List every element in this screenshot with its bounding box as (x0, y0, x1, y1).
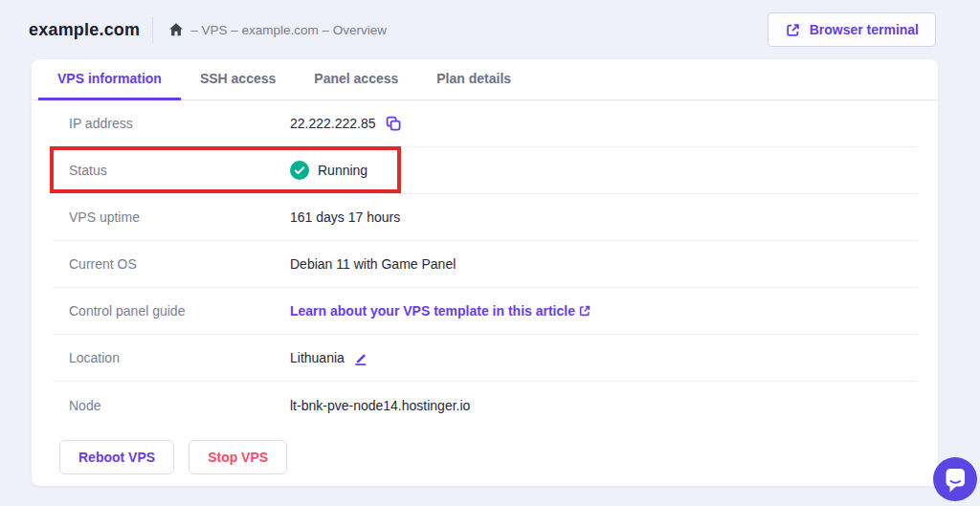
status-row: Status Running (53, 147, 917, 194)
status-value: Running (318, 163, 368, 178)
row-label: Node (69, 398, 290, 413)
page-header: example.com – VPS – example.com – Overvi… (0, 0, 980, 59)
copy-ip-icon[interactable] (385, 115, 402, 132)
tab-panel-access[interactable]: Panel access (295, 59, 417, 100)
reboot-vps-button[interactable]: Reboot VPS (59, 440, 174, 474)
tab-plan-details[interactable]: Plan details (417, 59, 530, 100)
node-row: Node lt-bnk-pve-node14.hostinger.io (53, 382, 917, 429)
ip-address-row: IP address 22.222.222.85 (53, 100, 917, 147)
tab-label: VPS information (57, 71, 162, 86)
header-divider (152, 16, 153, 43)
node-value: lt-bnk-pve-node14.hostinger.io (290, 398, 470, 413)
browser-terminal-button[interactable]: Browser terminal (768, 12, 936, 47)
chat-icon (933, 457, 977, 501)
tabbar: VPS information SSH access Panel access … (32, 59, 938, 100)
row-label: Location (69, 350, 290, 365)
page-title: example.com (29, 20, 140, 40)
uptime-value: 161 days 17 hours (290, 209, 400, 225)
vps-actions: Reboot VPS Stop VPS (32, 429, 938, 474)
tab-vps-information[interactable]: VPS information (38, 59, 181, 100)
current-os-row: Current OS Debian 11 with Game Panel (53, 241, 917, 288)
vps-template-article-link[interactable]: Learn about your VPS template in this ar… (290, 303, 591, 319)
tab-ssh-access[interactable]: SSH access (181, 59, 295, 100)
row-label: Current OS (69, 256, 290, 272)
row-label: Status (69, 163, 290, 178)
row-label: IP address (69, 116, 290, 131)
tab-label: SSH access (200, 71, 276, 86)
tab-label: Plan details (436, 71, 511, 86)
external-link-icon (578, 304, 591, 318)
vps-overview-card: VPS information SSH access Panel access … (32, 59, 938, 486)
current-os-value: Debian 11 with Game Panel (290, 256, 456, 272)
row-label: Control panel guide (69, 303, 290, 319)
breadcrumb[interactable]: – VPS – example.com – Overview (190, 23, 387, 37)
edit-location-icon[interactable] (353, 350, 369, 366)
home-icon[interactable] (168, 22, 184, 37)
guide-link-label: Learn about your VPS template in this ar… (290, 303, 575, 319)
check-circle-icon (290, 161, 309, 180)
chat-widget-button[interactable] (933, 457, 977, 501)
row-label: VPS uptime (69, 209, 290, 225)
external-link-icon (785, 22, 801, 38)
ip-address-value: 22.222.222.85 (290, 116, 376, 131)
stop-vps-button[interactable]: Stop VPS (189, 440, 287, 474)
location-value: Lithuania (290, 350, 345, 365)
location-row: Location Lithuania (53, 335, 917, 382)
browser-terminal-label: Browser terminal (810, 22, 919, 37)
tab-label: Panel access (314, 71, 398, 86)
control-panel-guide-row: Control panel guide Learn about your VPS… (53, 288, 917, 335)
uptime-row: VPS uptime 161 days 17 hours (53, 194, 917, 241)
